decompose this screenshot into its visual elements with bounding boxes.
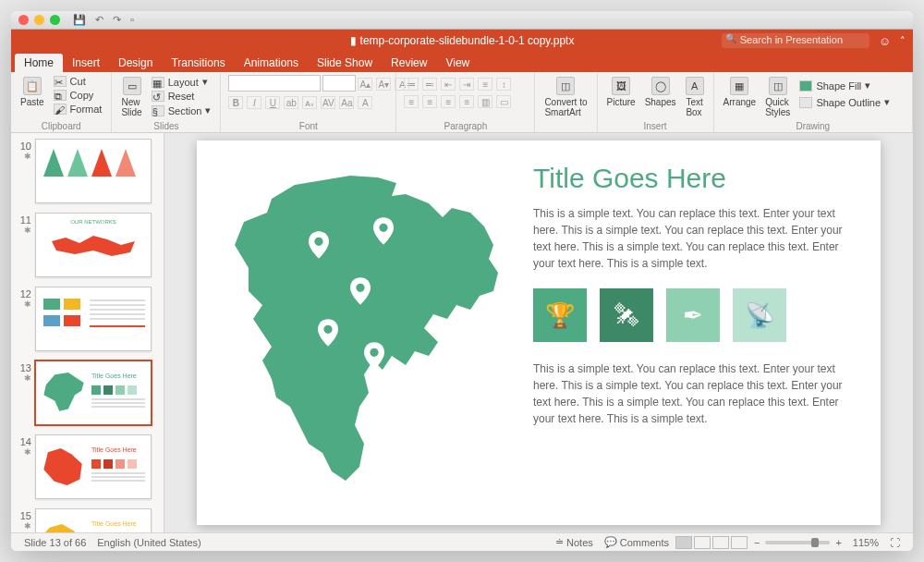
new-slide-button[interactable]: ▭New Slide [119,75,143,119]
indent-right-button[interactable]: ⇥ [459,78,474,91]
thumb-number: 15✱ [15,508,31,532]
slide-thumbnail-15[interactable]: Title Goes Here [35,508,152,532]
font-color-button[interactable]: A [358,96,372,109]
thumb-title: Title Goes Here [91,373,137,379]
text-direction-button[interactable]: ↕ [496,78,511,91]
undo-icon[interactable]: ↶ [95,14,103,26]
spacing-button[interactable]: AV [321,96,335,109]
align-center-button[interactable]: ≡ [422,95,437,108]
shape-outline-button[interactable]: Shape Outline▾ [797,95,892,109]
section-button[interactable]: §Section▾ [150,104,213,117]
columns-button[interactable]: ▥ [478,95,492,108]
font-family-combo[interactable] [228,75,321,92]
tab-home[interactable]: Home [15,54,63,72]
notes-button[interactable]: ≐Notes [550,536,599,548]
zoom-level[interactable]: 115% [847,537,884,548]
slide-title[interactable]: Title Goes Here [533,163,857,194]
paste-button[interactable]: 📋Paste [18,75,46,109]
slide-map-area[interactable] [221,157,517,508]
picture-button[interactable]: 🖼Picture [605,75,638,109]
tab-design[interactable]: Design [109,54,162,72]
format-painter-button[interactable]: 🖌Format [52,103,104,116]
north-america-map[interactable] [221,157,517,508]
ribbon-expand-icon[interactable]: ˄ [900,35,906,47]
reset-button[interactable]: ↺Reset [150,90,213,103]
close-icon[interactable] [18,15,29,25]
font-size-combo[interactable] [322,75,356,92]
underline-button[interactable]: U [265,96,280,109]
tab-animations[interactable]: Animations [235,54,308,72]
user-account-icon[interactable]: ☺ [879,34,891,48]
line-spacing-button[interactable]: ≡ [478,78,492,91]
slide-thumbnail-10[interactable] [35,139,152,203]
strike-button[interactable]: ab [284,96,298,109]
numbering-button[interactable]: ≕ [422,78,437,91]
normal-view-button[interactable] [675,536,692,549]
convert-smartart-button[interactable]: ◫Convert to SmartArt [542,75,589,119]
change-case-button[interactable]: Aa [339,96,354,109]
trophy-icon[interactable]: 🏆 [533,288,587,342]
arrange-button[interactable]: ▦Arrange [722,75,759,109]
map-pin-icon[interactable] [318,319,338,347]
fit-window-button[interactable]: ⛶ [884,537,906,548]
bullets-button[interactable]: ≔ [404,78,419,91]
shadow-button[interactable]: ᴀᵥ [302,96,317,109]
tab-review[interactable]: Review [382,54,436,72]
satellite-icon[interactable]: 🛰 [600,288,653,342]
slide-thumbnail-12[interactable] [35,287,152,351]
decrease-font-icon[interactable]: A▾ [376,78,391,91]
tab-insert[interactable]: Insert [63,54,109,72]
textbox-button[interactable]: AText Box [684,75,706,119]
group-label-font: Font [228,121,388,131]
comments-button[interactable]: 💬Comments [599,536,675,548]
language-indicator[interactable]: English (United States) [91,537,207,548]
align-left-button[interactable]: ≡ [404,95,419,108]
slide-text-area[interactable]: Title Goes Here This is a simple text. Y… [517,157,857,508]
zoom-in-button[interactable]: + [830,537,846,548]
shapes-button[interactable]: ◯Shapes [643,75,678,109]
align-right-button[interactable]: ≡ [441,95,456,108]
slideshow-view-button[interactable] [731,536,748,549]
compass-icon[interactable]: ✒ [666,288,720,342]
redo-icon[interactable]: ↷ [113,14,121,26]
tab-slideshow[interactable]: Slide Show [308,54,382,72]
qat-item[interactable]: ▫ [130,14,134,26]
align-text-button[interactable]: ▭ [496,95,511,108]
current-slide[interactable]: Title Goes Here This is a simple text. Y… [197,140,881,525]
save-icon[interactable]: 💾 [73,14,86,26]
map-pin-icon[interactable] [373,217,394,245]
zoom-out-button[interactable]: − [748,537,765,548]
indent-left-button[interactable]: ⇤ [441,78,456,91]
slide-thumbnails-panel[interactable]: 10✱ 11✱ OUR NETWORKS 12✱ [11,133,164,532]
map-pin-icon[interactable] [309,231,329,259]
reading-view-button[interactable] [712,536,729,549]
bold-button[interactable]: B [228,96,243,109]
slide-thumbnail-13[interactable]: Title Goes Here [35,360,152,425]
tab-transitions[interactable]: Transitions [162,54,234,72]
map-pin-icon[interactable] [364,342,384,370]
shape-fill-button[interactable]: Shape Fill▾ [797,79,892,92]
quick-styles-button[interactable]: ◫Quick Styles [763,75,792,119]
search-input[interactable]: Search in Presentation [722,33,869,48]
minimize-icon[interactable] [34,15,44,25]
zoom-slider[interactable] [765,541,830,544]
group-label-slides: Slides [119,121,213,131]
tab-view[interactable]: View [436,54,479,72]
cut-button[interactable]: ✂Cut [52,75,104,88]
justify-button[interactable]: ≡ [459,95,474,108]
map-pin-icon[interactable] [350,277,371,305]
icon-box-row: 🏆 🛰 ✒ 📡 [533,288,857,342]
sorter-view-button[interactable] [694,536,711,549]
increase-font-icon[interactable]: A▴ [358,78,372,91]
zoom-icon[interactable] [50,15,60,25]
slide-canvas[interactable]: Title Goes Here This is a simple text. Y… [164,133,913,532]
italic-button[interactable]: I [247,96,261,109]
slide-thumbnail-14[interactable]: Title Goes Here [35,434,152,499]
layout-button[interactable]: ▦Layout▾ [150,75,213,89]
slide-body-text-2[interactable]: This is a simple text. You can replace t… [533,360,857,427]
slide-counter[interactable]: Slide 13 of 66 [18,537,91,548]
slide-body-text-1[interactable]: This is a simple text. You can replace t… [533,205,857,272]
dish-icon[interactable]: 📡 [733,288,786,342]
copy-button[interactable]: ⧉Copy [52,89,104,102]
slide-thumbnail-11[interactable]: OUR NETWORKS [35,213,152,277]
